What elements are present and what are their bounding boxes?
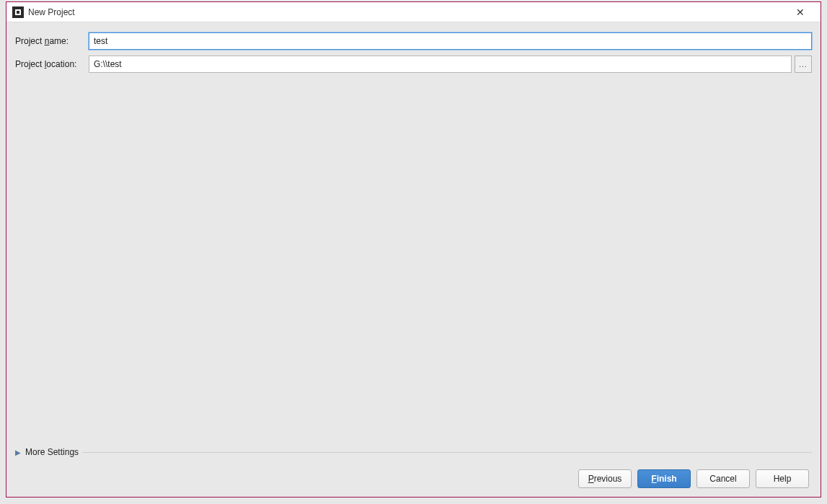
project-name-row: Project name:	[15, 32, 812, 50]
content-spacer	[15, 79, 812, 443]
more-settings-toggle[interactable]: ▶ More Settings	[15, 443, 812, 462]
chevron-right-icon: ▶	[15, 448, 22, 456]
more-settings-label: More Settings	[25, 447, 79, 457]
project-name-input[interactable]	[89, 32, 812, 50]
more-settings-divider	[83, 452, 812, 453]
finish-button[interactable]: Finish	[637, 469, 691, 488]
dialog-title: New Project	[28, 7, 786, 17]
new-project-dialog: New Project ✕ Project name: Project loca…	[6, 1, 821, 498]
app-icon	[12, 6, 24, 18]
close-button[interactable]: ✕	[786, 4, 815, 21]
project-location-row: Project location: ...	[15, 56, 812, 73]
project-location-label: Project location:	[15, 59, 89, 69]
dialog-content: Project name: Project location: ... ▶ Mo…	[6, 22, 821, 497]
button-bar: Previous Finish Cancel Help	[15, 462, 812, 491]
project-name-label: Project name:	[15, 36, 89, 46]
browse-location-button[interactable]: ...	[795, 56, 812, 73]
svg-rect-1	[17, 11, 19, 14]
project-location-input[interactable]	[89, 56, 792, 73]
close-icon: ✕	[796, 6, 805, 18]
help-button[interactable]: Help	[756, 469, 809, 488]
titlebar: New Project ✕	[6, 2, 821, 22]
cancel-button[interactable]: Cancel	[696, 469, 750, 488]
previous-button[interactable]: Previous	[578, 469, 632, 488]
ellipsis-icon: ...	[799, 61, 807, 68]
